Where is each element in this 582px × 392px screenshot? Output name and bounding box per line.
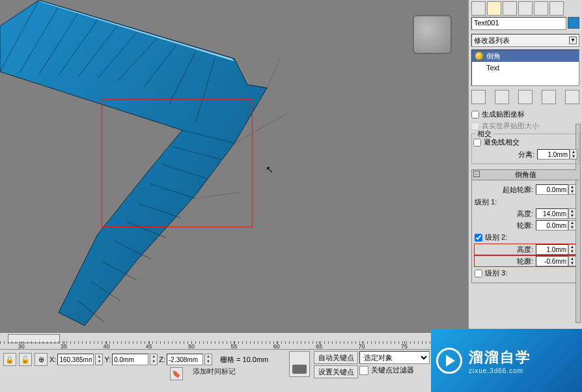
svg-line-20 <box>267 59 280 88</box>
object-color-swatch[interactable] <box>568 17 579 29</box>
avoid-intersect-checkbox[interactable] <box>473 139 481 147</box>
show-end-result-icon[interactable] <box>495 90 509 104</box>
snap-icon[interactable]: ⊕ <box>35 353 48 366</box>
gen-map-checkbox-row[interactable]: 生成贴图坐标 <box>471 109 579 119</box>
set-key-button[interactable]: 设置关键点 <box>314 365 358 378</box>
level2-label: 级别 2: <box>485 232 507 242</box>
key-target-select[interactable]: 选定对象 <box>359 351 430 364</box>
y-input[interactable] <box>112 354 148 365</box>
avoid-intersect-row[interactable]: 避免线相交 <box>473 137 577 147</box>
utilities-tab-icon[interactable] <box>549 1 564 16</box>
watermark-url: zixue.3d66.com <box>469 367 531 374</box>
tag-icon[interactable]: 🔖 <box>170 367 183 380</box>
key-slot[interactable] <box>289 351 310 377</box>
l2-height-label: 高度: <box>517 245 533 255</box>
auto-key-button[interactable]: 自动关键点 <box>314 351 358 364</box>
separate-label: 分离: <box>518 150 534 160</box>
watermark-title: 溜溜自学 <box>469 348 531 367</box>
modifier-item-text[interactable]: Text <box>472 62 579 74</box>
lock-icon[interactable]: 🔒 <box>3 353 16 366</box>
l1-outline-input[interactable] <box>536 220 568 231</box>
modifier-list-dropdown[interactable]: 修改器列表▼ <box>471 34 579 47</box>
bevel-values-rollout: - 倒角值 起始轮廓: ▲▼ 级别 1: 高度: ▲▼ 轮廓: ▲▼ 级别 2:… <box>471 169 579 283</box>
lock2-icon[interactable]: 🔓 <box>19 353 32 366</box>
object-name-input[interactable]: Text001 <box>471 17 566 30</box>
intersect-group-label: 相交 <box>476 129 493 139</box>
add-time-mark-label[interactable]: 添加时间标记 <box>193 367 236 381</box>
z-input[interactable] <box>167 354 203 365</box>
z-label: Z: <box>159 356 165 363</box>
key-filter-icon[interactable] <box>359 366 368 375</box>
modifier-stack[interactable]: 倒角 Text <box>471 49 579 86</box>
l1-height-input[interactable] <box>536 208 568 219</box>
level3-label: 级别 3: <box>485 268 507 278</box>
avoid-intersect-label: 避免线相交 <box>484 137 520 147</box>
l1-outline-label: 轮廓: <box>517 221 533 231</box>
time-ruler[interactable]: 30 35 40 45 50 55 60 65 70 75 80 <box>0 332 468 349</box>
spinner-buttons[interactable]: ▲▼ <box>570 149 577 160</box>
x-input[interactable] <box>57 354 94 365</box>
y-label: Y: <box>104 356 111 363</box>
level2-checkbox[interactable] <box>475 234 482 242</box>
display-tab-icon[interactable] <box>534 1 548 16</box>
viewcube[interactable] <box>403 5 462 64</box>
l2-outline-input[interactable] <box>536 256 568 266</box>
modify-tab-icon[interactable] <box>487 1 501 16</box>
configure-sets-icon[interactable] <box>565 90 579 104</box>
rollout-header[interactable]: - 倒角值 <box>472 170 579 180</box>
level1-label: 级别 1: <box>475 197 576 207</box>
l1-height-label: 高度: <box>517 209 533 219</box>
create-tab-icon[interactable] <box>471 1 486 16</box>
remove-modifier-icon[interactable] <box>542 90 556 104</box>
viewport[interactable]: ↖ <box>0 0 468 332</box>
motion-tab-icon[interactable] <box>518 1 533 16</box>
play-circle-icon <box>436 348 462 374</box>
collapse-icon[interactable]: - <box>473 171 480 177</box>
l2-height-input[interactable] <box>536 244 568 255</box>
selection-rectangle <box>102 99 253 227</box>
level3-row[interactable]: 级别 3: <box>475 268 576 278</box>
make-unique-icon[interactable] <box>518 90 533 104</box>
bulb-icon[interactable] <box>475 51 484 61</box>
gen-map-checkbox[interactable] <box>471 111 479 119</box>
separate-input[interactable] <box>537 149 570 160</box>
grid-readout: 栅格 = 10.0mm <box>220 355 268 365</box>
hierarchy-tab-icon[interactable] <box>503 1 517 16</box>
level3-checkbox[interactable] <box>475 270 482 277</box>
l2-outline-label: 轮廓: <box>517 257 533 266</box>
watermark: 溜溜自学 zixue.3d66.com <box>431 329 582 392</box>
start-outline-input[interactable] <box>536 184 568 195</box>
cursor-icon: ↖ <box>266 164 273 175</box>
gen-map-label: 生成贴图坐标 <box>482 109 525 119</box>
key-filter-label[interactable]: 关键点过滤器 <box>371 365 414 375</box>
level2-row[interactable]: 级别 2: <box>475 232 576 242</box>
start-outline-label: 起始轮廓: <box>503 185 533 195</box>
x-label: X: <box>49 356 56 363</box>
pin-stack-icon[interactable] <box>471 90 486 104</box>
modifier-item-bevel[interactable]: 倒角 <box>472 50 579 62</box>
